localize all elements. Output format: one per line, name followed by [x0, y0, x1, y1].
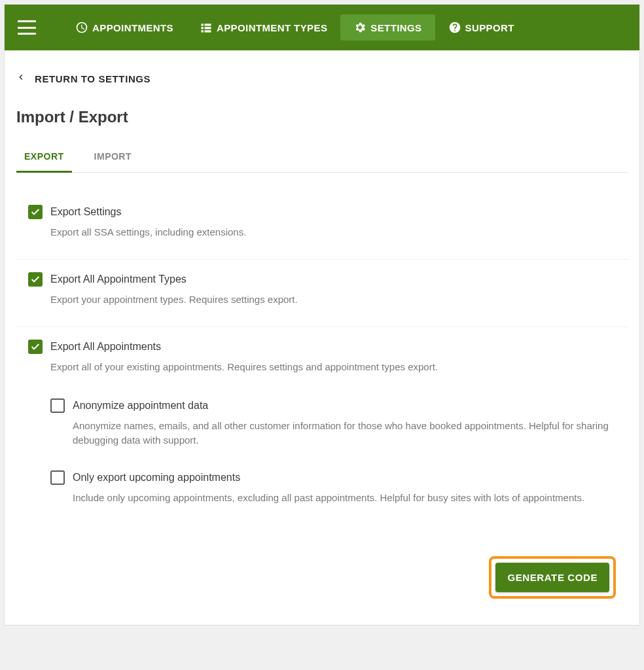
page-title: Import / Export [16, 108, 628, 126]
tabs: EXPORT IMPORT [16, 145, 628, 173]
option-export-appointments: Export All Appointments Export all of yo… [16, 327, 628, 525]
hamburger-menu-button[interactable] [18, 20, 36, 35]
option-export-appointment-types: Export All Appointment Types Export your… [16, 260, 628, 327]
nav-appointments[interactable]: APPOINTMENTS [62, 14, 187, 41]
option-title: Export All Appointments [50, 339, 628, 355]
nav-support[interactable]: SUPPORT [435, 14, 528, 41]
checkbox-export-settings[interactable] [28, 205, 43, 219]
generate-code-button[interactable]: GENERATE CODE [495, 563, 609, 592]
option-desc: Include only upcoming appointments, excl… [73, 491, 628, 505]
option-title: Only export upcoming appointments [73, 470, 628, 485]
tab-export[interactable]: EXPORT [16, 145, 72, 173]
nav-items: APPOINTMENTS APPOINTMENT TYPES SETTINGS … [62, 14, 528, 41]
option-title: Anonymize appointment data [73, 398, 628, 414]
option-desc: Anonymize names, emails, and all other c… [73, 419, 628, 448]
sub-option-anonymize: Anonymize appointment data Anonymize nam… [50, 398, 628, 448]
help-icon [448, 21, 461, 34]
top-navbar: APPOINTMENTS APPOINTMENT TYPES SETTINGS … [5, 5, 639, 50]
return-to-settings-link[interactable]: RETURN TO SETTINGS [16, 73, 628, 84]
nav-support-label: SUPPORT [465, 22, 514, 33]
chevron-left-icon [16, 73, 28, 84]
nav-settings[interactable]: SETTINGS [340, 14, 435, 41]
sub-option-upcoming-only: Only export upcoming appointments Includ… [50, 470, 628, 505]
nav-appointment-types[interactable]: APPOINTMENT TYPES [187, 14, 340, 41]
nav-settings-label: SETTINGS [370, 22, 421, 33]
list-icon [200, 21, 213, 34]
gear-icon [353, 21, 367, 34]
tab-import[interactable]: IMPORT [86, 145, 139, 173]
checkbox-anonymize[interactable] [50, 398, 65, 413]
option-desc: Export all SSA settings, including exten… [50, 225, 628, 239]
option-title: Export Settings [50, 204, 628, 220]
checkbox-export-appointments[interactable] [28, 340, 43, 354]
nav-appointment-types-label: APPOINTMENT TYPES [217, 22, 327, 33]
checkbox-upcoming-only[interactable] [50, 470, 65, 485]
option-title: Export All Appointment Types [50, 272, 628, 287]
option-desc: Export all of your existing appointments… [50, 360, 628, 374]
clock-icon [75, 21, 88, 34]
checkbox-export-appointment-types[interactable] [28, 272, 43, 287]
return-label: RETURN TO SETTINGS [35, 73, 151, 84]
option-desc: Export your appointment types. Requires … [50, 292, 628, 307]
generate-code-highlight: GENERATE CODE [489, 556, 616, 599]
nav-appointments-label: APPOINTMENTS [92, 22, 173, 33]
option-export-settings: Export Settings Export all SSA settings,… [16, 192, 628, 260]
